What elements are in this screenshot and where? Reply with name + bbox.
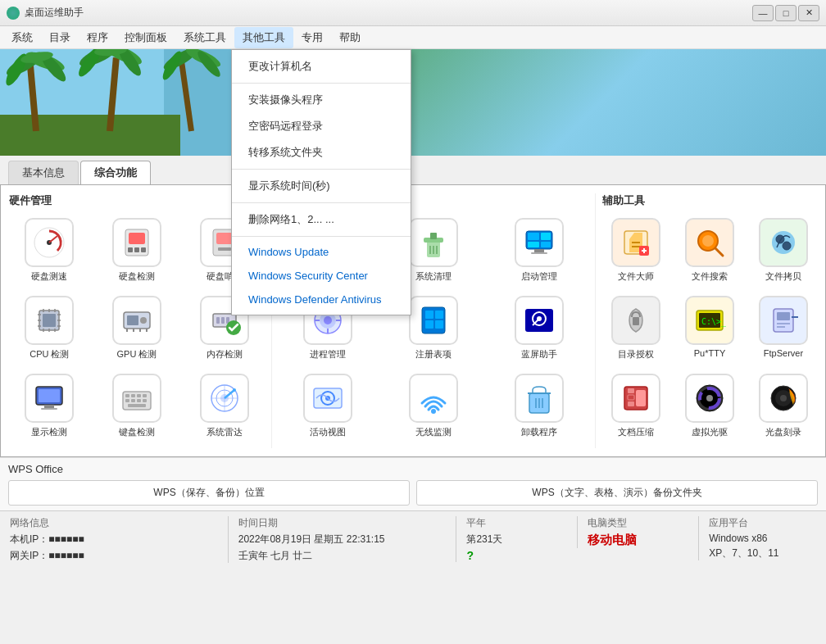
hardware-grid: 硬盘测速 硬盘检测 硬盘哨兵 CPU 检测 xyxy=(9,215,265,442)
dropdown-change-name[interactable]: 更改计算机名 xyxy=(232,53,411,79)
file-master-icon xyxy=(611,218,660,267)
uninstall-item[interactable]: 卸载程序 xyxy=(489,370,588,442)
sys-radar-icon xyxy=(200,374,249,423)
mem-check-label: 内存检测 xyxy=(206,348,243,361)
disk-speed-label: 硬盘测速 xyxy=(31,270,67,283)
dropdown-windows-update[interactable]: Windows Update xyxy=(232,240,411,264)
tab-comprehensive[interactable]: 综合功能 xyxy=(80,161,151,184)
minimize-button[interactable]: — xyxy=(752,5,774,21)
svg-rect-62 xyxy=(125,394,129,397)
svg-point-126 xyxy=(702,235,714,247)
day-count: 第231天 xyxy=(466,533,574,546)
svg-rect-53 xyxy=(216,317,220,324)
bluescreen-item[interactable]: 蓝屏助手 xyxy=(489,293,588,364)
disk-speed-item[interactable]: 硬盘测速 xyxy=(9,215,90,286)
file-copy-label: 文件拷贝 xyxy=(765,270,801,283)
separator-4 xyxy=(232,236,411,237)
wps-backup-folder-button[interactable]: WPS（文字、表格、演示）备份文件夹 xyxy=(416,480,818,506)
menu-catalog[interactable]: 目录 xyxy=(41,27,79,48)
svg-rect-83 xyxy=(430,233,437,239)
menu-othertools[interactable]: 其他工具 xyxy=(234,27,293,48)
dropdown-install-camera[interactable]: 安装摄像头程序 xyxy=(232,87,411,113)
datetime-label: 时间日期 xyxy=(238,516,453,530)
wireless-mon-item[interactable]: 无线监测 xyxy=(384,370,483,442)
svg-rect-29 xyxy=(216,233,233,244)
year-type: 平年 xyxy=(466,516,574,530)
dir-auth-label: 目录授权 xyxy=(618,348,654,361)
disk-speed-icon xyxy=(25,218,74,267)
dropdown-windows-defender[interactable]: Windows Defender Antivirus xyxy=(232,288,411,311)
svg-rect-2 xyxy=(0,115,180,156)
disk-check-label: 硬盘检测 xyxy=(119,270,155,283)
assist-section: 辅助工具 文件大师 文件搜索 文件拷贝 xyxy=(596,193,817,448)
assist-grid: 文件大师 文件搜索 文件拷贝 目录授权 xyxy=(602,215,817,442)
platform-section: 应用平台 Windows x86 XP、7、10、11 xyxy=(698,516,816,560)
dropdown-move-sys-folder[interactable]: 转移系统文件夹 xyxy=(232,139,411,166)
putty-item[interactable]: C:\>_ Pu*TTY xyxy=(676,293,743,364)
doc-compress-item[interactable]: 文档压缩 xyxy=(602,370,669,442)
active-view-item[interactable]: 活动视图 xyxy=(279,370,378,442)
wps-backup-location-button[interactable]: WPS（保存、备份）位置 xyxy=(8,480,410,506)
file-search-item[interactable]: 文件搜索 xyxy=(676,215,743,286)
svg-point-47 xyxy=(140,317,147,324)
ftp-server-icon xyxy=(759,296,808,345)
top-banner xyxy=(0,49,826,156)
svg-point-76 xyxy=(233,388,236,392)
restore-button[interactable]: □ xyxy=(775,5,796,21)
svg-rect-54 xyxy=(221,317,225,324)
sys-clean-icon xyxy=(409,218,458,267)
body-panel: 硬件管理 硬盘测速 硬盘检测 硬盘哨兵 xyxy=(0,184,826,457)
svg-point-113 xyxy=(431,409,436,414)
tab-basic-info[interactable]: 基本信息 xyxy=(8,161,79,184)
title-buttons: — □ ✕ xyxy=(752,5,819,21)
putty-icon: C:\>_ xyxy=(685,296,734,345)
dropdown-delete-network[interactable]: 删除网络1、2... ... xyxy=(232,206,411,233)
separator-1 xyxy=(232,83,411,84)
active-view-icon xyxy=(303,374,352,423)
gpu-check-item[interactable]: GPU 检测 xyxy=(97,293,178,364)
svg-rect-89 xyxy=(541,233,551,240)
sys-radar-label: 系统雷达 xyxy=(206,426,243,438)
disc-burn-item[interactable]: 光盘刻录 xyxy=(750,370,817,442)
svg-rect-32 xyxy=(43,314,56,327)
file-master-item[interactable]: 文件大师 xyxy=(602,215,669,286)
virtual-dvd-item[interactable]: 虚拟光驱 xyxy=(676,370,743,442)
sys-radar-item[interactable]: 系统雷达 xyxy=(184,370,265,442)
startup-mgr-item[interactable]: 启动管理 xyxy=(489,215,588,286)
menu-systemtools[interactable]: 系统工具 xyxy=(175,27,234,48)
keyboard-check-item[interactable]: 键盘检测 xyxy=(97,370,178,442)
datetime-section: 时间日期 2022年08月19日 星期五 22:31:15 壬寅年 七月 廿二 xyxy=(228,516,453,563)
hardware-title: 硬件管理 xyxy=(9,193,265,208)
dropdown-empty-pwd-remote[interactable]: 空密码远程登录 xyxy=(232,113,411,139)
dir-auth-item[interactable]: 目录授权 xyxy=(602,293,669,364)
dropdown-windows-security[interactable]: Windows Security Center xyxy=(232,264,411,288)
cpu-check-item[interactable]: CPU 检测 xyxy=(9,293,90,364)
close-button[interactable]: ✕ xyxy=(798,5,819,21)
menu-system[interactable]: 系统 xyxy=(3,27,41,48)
dropdown-menu: 更改计算机名 安装摄像头程序 空密码远程登录 转移系统文件夹 显示系统时间(秒)… xyxy=(231,49,411,315)
svg-point-151 xyxy=(780,395,787,401)
menu-controlpanel[interactable]: 控制面板 xyxy=(116,27,175,48)
file-copy-item[interactable]: 文件拷贝 xyxy=(750,215,817,286)
ftp-server-item[interactable]: FtpServer xyxy=(750,293,817,364)
svg-rect-66 xyxy=(125,399,129,402)
menu-help[interactable]: 帮助 xyxy=(331,27,369,48)
file-copy-icon xyxy=(759,218,808,267)
app-icon xyxy=(7,7,20,20)
svg-rect-30 xyxy=(218,247,231,251)
disk-check-item[interactable]: 硬盘检测 xyxy=(97,215,178,286)
file-search-label: 文件搜索 xyxy=(692,270,728,283)
svg-rect-88 xyxy=(528,233,539,240)
title-bar: 桌面运维助手 — □ ✕ xyxy=(0,0,826,26)
active-view-label: 活动视图 xyxy=(310,426,346,438)
svg-rect-92 xyxy=(534,249,544,252)
svg-rect-46 xyxy=(127,315,138,325)
svg-rect-105 xyxy=(435,320,443,329)
svg-rect-104 xyxy=(425,320,433,329)
svg-rect-58 xyxy=(39,389,60,402)
dropdown-show-time[interactable]: 显示系统时间(秒) xyxy=(232,173,411,199)
menu-special[interactable]: 专用 xyxy=(293,27,331,48)
menu-program[interactable]: 程序 xyxy=(79,27,116,48)
gateway-ip: 网关IP：■■■■■■ xyxy=(10,549,225,563)
display-check-item[interactable]: 显示检测 xyxy=(9,370,90,442)
